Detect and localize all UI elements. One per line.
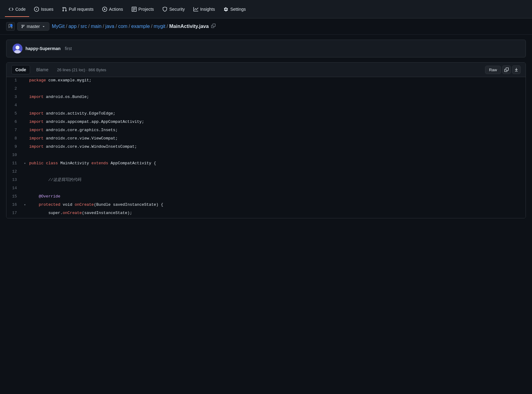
branch-name: master [27, 24, 40, 29]
table-row: 16 ▾ protected void onCreate(Bundle save… [6, 201, 526, 210]
line-num-13: 13 [6, 177, 22, 185]
nav-insights[interactable]: Insights [190, 4, 219, 14]
breadcrumb-bar: master MyGit / app / src / main / java /… [0, 18, 532, 35]
line-num-8: 8 [6, 135, 22, 143]
collapse-icon-11[interactable]: ▾ [24, 161, 26, 166]
line-num-16: 16 [6, 201, 22, 210]
table-row: 7 import androidx.core.graphics.Insets; [6, 127, 526, 135]
copy-path-icon[interactable] [211, 24, 216, 29]
code-content: 1 package com.example.mygit; 2 3 import … [6, 77, 526, 218]
line-code-5: import androidx.activity.EdgeToEdge; [28, 110, 526, 119]
line-num-4: 4 [6, 102, 22, 110]
breadcrumb-java[interactable]: java [105, 24, 114, 29]
file-meta: 26 lines (21 loc) · 866 Bytes [57, 68, 106, 72]
breadcrumb-example[interactable]: example [131, 24, 150, 29]
table-row: 1 package com.example.mygit; [6, 77, 526, 85]
code-viewer: Code Blame 26 lines (21 loc) · 866 Bytes… [6, 62, 526, 218]
code-icon [9, 7, 14, 12]
settings-icon [223, 7, 228, 12]
line-num-15: 15 [6, 193, 22, 201]
raw-button[interactable]: Raw [485, 66, 501, 74]
line-num-3: 3 [6, 94, 22, 102]
nav-code[interactable]: Code [5, 4, 29, 14]
line-code-14 [28, 185, 526, 193]
nav-projects[interactable]: Projects [128, 4, 158, 14]
breadcrumb-app[interactable]: app [68, 24, 77, 29]
table-row: 6 import androidx.appcompat.app.AppCompa… [6, 119, 526, 127]
line-code-15: @Override [28, 193, 526, 201]
line-num-12: 12 [6, 168, 22, 177]
line-code-12 [28, 168, 526, 177]
svg-point-1 [16, 45, 20, 49]
code-table: 1 package com.example.mygit; 2 3 import … [6, 77, 526, 218]
line-num-10: 10 [6, 152, 22, 160]
line-num-1: 1 [6, 77, 22, 85]
security-icon [162, 7, 167, 12]
line-code-9: import androidx.core.view.WindowInsetsCo… [28, 143, 526, 152]
code-header: Code Blame 26 lines (21 loc) · 866 Bytes… [6, 63, 526, 77]
nav-issues-label: Issues [41, 7, 53, 12]
table-row: 12 [6, 168, 526, 177]
tab-blame[interactable]: Blame [33, 65, 52, 74]
nav-security-label: Security [169, 7, 185, 12]
table-row: 10 [6, 152, 526, 160]
pr-icon [62, 7, 67, 12]
download-icon[interactable] [512, 65, 521, 74]
repo-list-icon[interactable] [6, 22, 15, 31]
line-code-13: //这是我写的代码 [28, 177, 526, 185]
table-row: 15 @Override [6, 193, 526, 201]
nav-pull-requests[interactable]: Pull requests [58, 4, 97, 14]
table-row: 9 import androidx.core.view.WindowInsets… [6, 143, 526, 152]
line-code-3: import android.os.Bundle; [28, 94, 526, 102]
collapse-icon-16[interactable]: ▾ [24, 202, 26, 208]
avatar[interactable] [13, 44, 22, 53]
commit-bar: happy-Superman first [6, 40, 526, 57]
table-row: 14 [6, 185, 526, 193]
notification-dot [10, 24, 13, 27]
tab-code[interactable]: Code [11, 65, 30, 74]
line-num-5: 5 [6, 110, 22, 119]
line-code-2 [28, 85, 526, 94]
table-row: 4 [6, 102, 526, 110]
commit-message: first [65, 46, 72, 51]
line-num-14: 14 [6, 185, 22, 193]
line-num-11: 11 [6, 160, 22, 168]
line-num-7: 7 [6, 127, 22, 135]
line-code-6: import androidx.appcompat.app.AppCompatA… [28, 119, 526, 127]
code-actions: Raw [485, 65, 521, 74]
table-row: 13 //这是我写的代码 [6, 177, 526, 185]
line-code-16: protected void onCreate(Bundle savedInst… [28, 201, 526, 210]
nav-settings[interactable]: Settings [220, 4, 250, 14]
commit-author[interactable]: happy-Superman [25, 46, 60, 51]
issues-icon [34, 7, 39, 12]
line-code-8: import androidx.core.view.ViewCompat; [28, 135, 526, 143]
nav-actions-label: Actions [109, 7, 123, 12]
top-nav: Code Issues Pull requests Actions [0, 0, 532, 18]
breadcrumb-repo[interactable]: MyGit [52, 24, 65, 29]
nav-pr-label: Pull requests [69, 7, 94, 12]
branch-selector[interactable]: master [17, 22, 49, 31]
line-num-9: 9 [6, 143, 22, 152]
table-row: 11 ▾ public class MainActivity extends A… [6, 160, 526, 168]
nav-security[interactable]: Security [159, 4, 188, 14]
line-num-2: 2 [6, 85, 22, 94]
nav-actions[interactable]: Actions [99, 4, 127, 14]
breadcrumb-main[interactable]: main [91, 24, 102, 29]
table-row: 3 import android.os.Bundle; [6, 94, 526, 102]
actions-icon [102, 7, 107, 12]
breadcrumb-filename: MainActivity.java [169, 24, 209, 29]
projects-icon [132, 7, 137, 12]
breadcrumb-mygit[interactable]: mygit [154, 24, 165, 29]
nav-issues[interactable]: Issues [30, 4, 57, 14]
line-num-6: 6 [6, 119, 22, 127]
table-row: 8 import androidx.core.view.ViewCompat; [6, 135, 526, 143]
nav-code-label: Code [15, 7, 25, 12]
copy-code-icon[interactable] [502, 65, 511, 74]
nav-settings-label: Settings [230, 7, 246, 12]
breadcrumb-com[interactable]: com [118, 24, 127, 29]
line-code-10 [28, 152, 526, 160]
line-code-1: package com.example.mygit; [28, 77, 526, 85]
line-code-11: public class MainActivity extends AppCom… [28, 160, 526, 168]
nav-projects-label: Projects [138, 7, 154, 12]
breadcrumb-src[interactable]: src [80, 24, 87, 29]
